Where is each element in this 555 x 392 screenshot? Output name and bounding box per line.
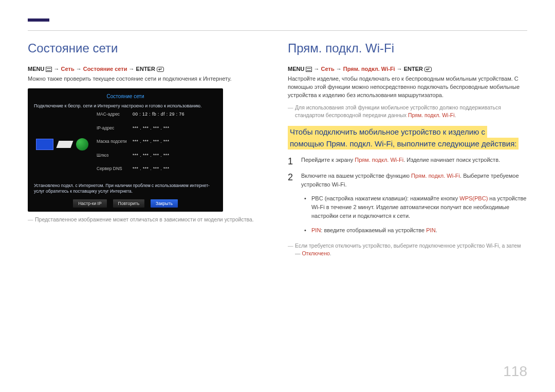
mock-topline: Подключение к беспр. сети и Интернету на… [34,103,217,108]
bullet-pbc: PBC (настройка нажатием клавиши): нажима… [301,194,527,220]
enter-icon [157,67,164,72]
enter-icon [424,67,432,72]
menu-icon [306,67,312,72]
desc-wifi-direct: Настройте изделие, чтобы подключать его … [288,75,527,100]
mock-message: Установлено подкл. с Интернетом. При нал… [34,183,217,194]
menu-path-wifi-direct: MENU → Сеть → Прям. подкл. Wi-Fi → ENTER [288,66,527,72]
mock-info-table: MAC-адрес00 : 12 : fb : df : 29 : 76 IP-… [97,111,217,178]
heading-network-status: Состояние сети [28,41,267,55]
page-number: 118 [503,363,527,380]
screenshot-network-status: Состояние сети Подключение к беспр. сети… [28,88,223,212]
highlight-instructions: Чтобы подключить мобильное устройство к … [288,126,527,150]
mock-connection-diagram [34,111,90,178]
menu-path-network-status: MENU → Сеть → Состояние сети → ENTER [28,66,267,72]
steps-list: Перейдите к экрану Прям. подкл. Wi-Fi. И… [288,156,527,234]
header-rule [28,18,527,31]
col-network-status: Состояние сети MENU → Сеть → Состояние с… [28,41,267,260]
globe-icon [76,138,88,151]
mock-title: Состояние сети [34,94,217,99]
note-wifi-direct-support: Для использования этой функции мобильное… [288,104,527,119]
bullet-pin: PIN: введите отображаемый на устройстве … [301,226,527,235]
heading-wifi-direct: Прям. подкл. Wi-Fi [288,41,527,55]
router-icon [56,141,73,148]
step-1: Перейдите к экрану Прям. подкл. Wi-Fi. И… [288,156,527,164]
step-2: Включите на вашем устройстве функцию Пря… [288,172,527,234]
screen-icon [36,139,53,150]
desc-network-status: Можно также проверить текущее состояние … [28,75,267,83]
close-button[interactable]: Закрыть [151,199,178,208]
note-disconnect: Если требуется отключить устройство, выб… [288,242,527,257]
col-wifi-direct: Прям. подкл. Wi-Fi MENU → Сеть → Прям. п… [288,41,527,260]
menu-icon [46,67,52,72]
ip-settings-button[interactable]: Настр-ки IP [73,199,106,208]
retry-button[interactable]: Повторить [113,199,145,208]
caption-image-disclaimer: Представленное изображение может отличат… [28,216,267,223]
